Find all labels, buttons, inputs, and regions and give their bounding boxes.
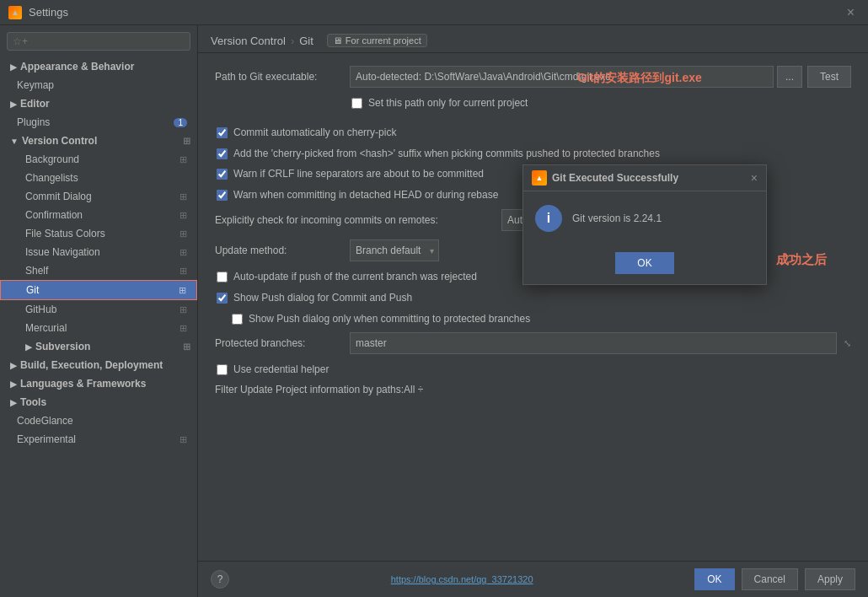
app-icon: ▲ — [8, 6, 22, 19]
update-method-select-wrapper: Branch default — [350, 239, 439, 261]
add-suffix-row: Add the 'cherry-picked from <hash>' suff… — [215, 147, 851, 161]
bottom-bar: ? https://blog.csdn.net/qq_33721320 OK C… — [198, 561, 868, 597]
settings-window: ▲ Settings × ▶ Appearance & Behavior Key… — [0, 0, 868, 597]
expand-arrow-svn: ▶ — [25, 342, 32, 352]
title-bar: ▲ Settings × — [0, 0, 868, 25]
sidebar-item-experimental[interactable]: Experimental ⊞ — [0, 430, 197, 449]
sidebar-item-issue-navigation[interactable]: Issue Navigation ⊞ — [0, 243, 197, 261]
show-push-protected-checkbox[interactable] — [232, 314, 243, 325]
protected-input[interactable] — [350, 332, 837, 354]
credential-label: Use credential helper — [233, 363, 329, 377]
show-push-checkbox[interactable] — [217, 293, 228, 304]
sidebar-item-commit-dialog[interactable]: Commit Dialog ⊞ — [0, 187, 197, 206]
expand-protected-icon[interactable]: ⤡ — [844, 338, 851, 349]
warn-detached-label: Warn when committing in detached HEAD or… — [233, 188, 498, 202]
sidebar-label-plugins: Plugins — [17, 116, 50, 128]
help-section: ? — [211, 570, 229, 589]
sidebar-label-appearance: Appearance & Behavior — [20, 61, 134, 73]
search-input[interactable] — [13, 35, 185, 47]
update-method-label: Update method: — [215, 245, 350, 256]
sidebar-item-languages[interactable]: ▶ Languages & Frameworks — [0, 374, 197, 393]
path-input[interactable] — [350, 66, 774, 88]
auto-update-checkbox[interactable] — [217, 272, 228, 282]
sidebar-label-build: Build, Execution, Deployment — [20, 359, 163, 371]
commit-auto-label: Commit automatically on cherry-pick — [233, 126, 396, 140]
warn-crlf-checkbox[interactable] — [217, 169, 228, 180]
add-suffix-label: Add the 'cherry-picked from <hash>' suff… — [233, 147, 660, 161]
sidebar-item-background[interactable]: Background ⊞ — [0, 150, 197, 169]
project-tag-icon: 🖥 — [333, 35, 342, 46]
sidebar-label-codeglance: CodeGlance — [17, 415, 73, 427]
cancel-button[interactable]: Cancel — [742, 568, 798, 590]
search-box[interactable] — [7, 32, 190, 51]
filter-label: Filter Update Project information by pat… — [215, 384, 404, 395]
git-icon: ⊞ — [179, 285, 186, 296]
set-path-checkbox[interactable] — [351, 98, 362, 109]
sidebar-item-editor[interactable]: ▶ Editor — [0, 94, 197, 113]
sidebar-item-git[interactable]: Git ⊞ — [0, 280, 197, 300]
sidebar-item-keymap[interactable]: Keymap — [0, 76, 197, 94]
sidebar-item-codeglance[interactable]: CodeGlance — [0, 411, 197, 430]
sidebar-label-editor: Editor — [20, 98, 50, 110]
sidebar-item-changelists[interactable]: Changelists — [0, 169, 197, 187]
sidebar-item-tools[interactable]: ▶ Tools — [0, 393, 197, 411]
dialog-close-button[interactable]: × — [751, 171, 758, 185]
sidebar-item-shelf[interactable]: Shelf ⊞ — [0, 261, 197, 280]
panel-header: Version Control › Git 🖥 For current proj… — [198, 25, 868, 53]
in-icon: ⊞ — [179, 247, 187, 258]
sidebar-item-appearance[interactable]: ▶ Appearance & Behavior — [0, 57, 197, 76]
sidebar-item-plugins[interactable]: Plugins 1 — [0, 113, 197, 132]
set-path-label: Set this path only for current project — [368, 96, 528, 110]
path-browse-button[interactable]: ... — [777, 66, 802, 88]
dialog-info-icon: i — [535, 205, 562, 232]
expand-arrow-editor: ▶ — [10, 100, 17, 109]
main-panel: Version Control › Git 🖥 For current proj… — [198, 25, 868, 597]
path-label: Path to Git executable: — [215, 71, 350, 83]
gh-icon: ⊞ — [179, 304, 187, 315]
dialog-ok-button[interactable]: OK — [615, 252, 674, 274]
bottom-link[interactable]: https://blog.csdn.net/qq_33721320 — [391, 574, 533, 584]
test-button[interactable]: Test — [807, 66, 851, 88]
bg-icon: ⊞ — [179, 154, 187, 165]
sidebar-item-subversion[interactable]: ▶ Subversion ⊞ — [0, 337, 197, 356]
add-suffix-checkbox[interactable] — [217, 148, 228, 159]
help-button[interactable]: ? — [211, 570, 229, 589]
filter-row: Filter Update Project information by pat… — [215, 384, 851, 395]
sidebar-label-shelf: Shelf — [25, 265, 48, 277]
window-title: Settings — [29, 6, 842, 19]
project-tag-label: For current project — [346, 35, 421, 46]
dialog-title-section: ▲ Git Executed Successfully — [532, 170, 678, 186]
sidebar-item-build[interactable]: ▶ Build, Execution, Deployment — [0, 356, 197, 374]
hg-icon: ⊞ — [179, 323, 187, 334]
sidebar-label-file-status: File Status Colors — [25, 228, 105, 239]
update-method-select[interactable]: Branch default — [350, 239, 439, 261]
credential-row: Use credential helper — [215, 363, 851, 377]
credential-checkbox[interactable] — [217, 364, 228, 375]
cd-icon: ⊞ — [179, 191, 187, 202]
bottom-link-section: https://blog.csdn.net/qq_33721320 — [229, 573, 694, 585]
sidebar-label-experimental: Experimental — [17, 433, 76, 445]
commit-auto-row: Commit automatically on cherry-pick — [215, 126, 851, 140]
sidebar-item-github[interactable]: GitHub ⊞ — [0, 300, 197, 319]
sidebar-label-subversion: Subversion — [35, 341, 90, 352]
expand-arrow-build: ▶ — [10, 361, 17, 370]
sidebar-label-languages: Languages & Frameworks — [20, 378, 146, 390]
sidebar-item-confirmation[interactable]: Confirmation ⊞ — [0, 206, 197, 224]
expand-arrow-lang: ▶ — [10, 379, 17, 389]
sidebar-label-commit-dialog: Commit Dialog — [25, 191, 92, 202]
breadcrumb-separator: › — [291, 35, 294, 47]
project-tag: 🖥 For current project — [327, 34, 427, 47]
show-push-label: Show Push dialog for Commit and Push — [233, 291, 412, 305]
breadcrumb-git: Git — [299, 35, 313, 47]
sidebar-item-file-status-colors[interactable]: File Status Colors ⊞ — [0, 224, 197, 243]
close-button[interactable]: × — [842, 5, 860, 20]
apply-button[interactable]: Apply — [805, 568, 855, 590]
sidebar-item-mercurial[interactable]: Mercurial ⊞ — [0, 319, 197, 337]
check-incoming-label: Explicitly check for incoming commits on… — [215, 214, 501, 226]
warn-detached-checkbox[interactable] — [217, 190, 228, 201]
plugins-badge: 1 — [174, 118, 187, 127]
commit-auto-checkbox[interactable] — [217, 127, 228, 138]
sidebar-label-confirmation: Confirmation — [25, 209, 83, 221]
ok-button[interactable]: OK — [694, 568, 734, 590]
sidebar-item-version-control[interactable]: ▼ Version Control ⊞ — [0, 132, 197, 150]
